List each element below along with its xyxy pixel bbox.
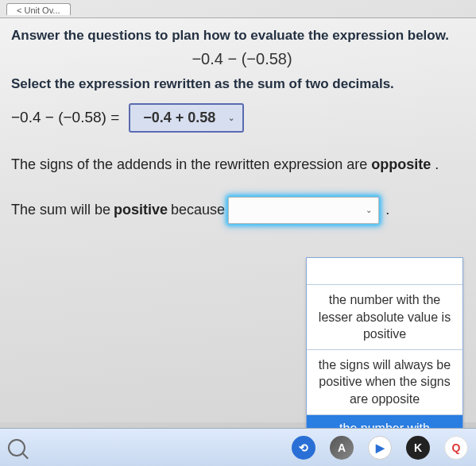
equation-row: −0.4 − (−0.58) = −0.4 + 0.58 ⌄ (11, 103, 473, 133)
taskbar: ⟲ A ▶ K Q (0, 428, 476, 466)
sum-sentence-row: The sum will be positive because ⌄ . (11, 197, 473, 224)
tab-unit-overview[interactable]: < Unit Ov... (6, 3, 71, 15)
equation-lhs: −0.4 − (−0.58) = (11, 109, 119, 126)
sub-instruction: Select the expression rewritten as the s… (11, 76, 473, 92)
signs-sentence: The signs of the addends in the rewritte… (11, 155, 473, 175)
tab-bar: < Unit Ov... (0, 0, 476, 17)
instruction-text: Answer the questions to plan how to eval… (11, 26, 473, 45)
main-expression: −0.4 − (−0.58) (11, 50, 473, 68)
dropdown-option-lesser-absolute[interactable]: the number with the lesser absolute valu… (307, 285, 462, 350)
reason-select[interactable]: ⌄ (228, 197, 379, 224)
search-icon[interactable] (8, 439, 25, 456)
chevron-down-icon: ⌄ (366, 206, 372, 214)
rewritten-expression-select[interactable]: −0.4 + 0.58 ⌄ (129, 103, 244, 133)
selected-value: −0.4 + 0.58 (143, 110, 215, 126)
dropdown-blank-option[interactable] (307, 258, 462, 285)
chevron-down-icon: ⌄ (228, 114, 234, 122)
taskbar-k-icon[interactable]: K (406, 436, 430, 460)
dropdown-option-always-positive[interactable]: the signs will always be positive when t… (307, 350, 462, 415)
reason-dropdown-panel: the number with the lesser absolute valu… (306, 257, 463, 442)
sentence-period: . (385, 202, 389, 218)
taskbar-a-icon[interactable]: A (330, 436, 354, 460)
taskbar-q-icon[interactable]: Q (444, 436, 468, 460)
taskbar-play-icon[interactable]: ▶ (368, 436, 392, 460)
taskbar-app-icon[interactable]: ⟲ (292, 436, 315, 460)
